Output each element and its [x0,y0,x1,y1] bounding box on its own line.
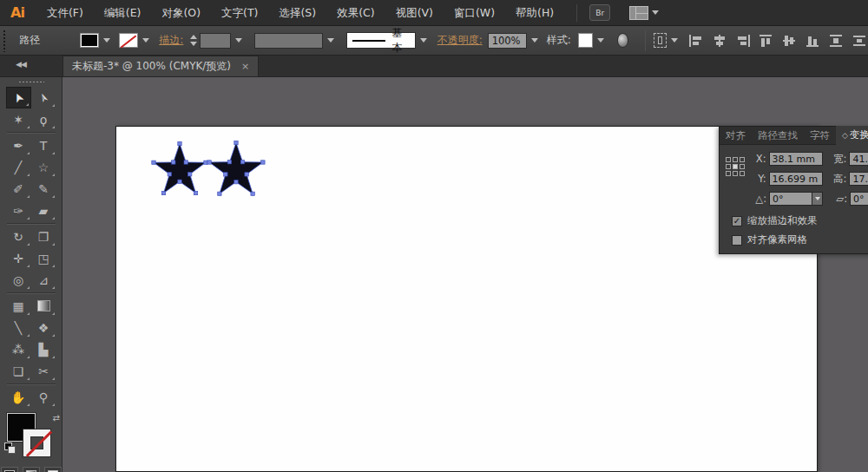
y-field[interactable]: 16.699 m [769,172,824,186]
align-vertical-center-icon[interactable] [782,34,798,48]
reference-point-7[interactable] [733,171,738,176]
panel-tab-变换[interactable]: ◇变换 [836,126,868,145]
anchor-point[interactable] [168,173,171,176]
distribute-vertical-top-icon[interactable] [829,34,845,48]
recolor-artwork-icon[interactable] [617,33,628,48]
anchor-point[interactable] [240,161,244,164]
option-对齐像素网格[interactable]: 对齐像素网格 [732,233,868,246]
line-segment-tool[interactable]: ╱ [6,156,31,178]
star-artwork[interactable] [116,127,819,472]
panel-tab-对齐[interactable]: 对齐 [720,127,752,145]
type-tool[interactable]: T [31,134,56,156]
menu-item-edit[interactable]: 编辑(E) [94,0,152,26]
reference-point-0[interactable] [726,157,731,162]
stroke-color-control[interactable] [119,33,149,48]
document-tab[interactable]: 未标题-3* @ 100% (CMYK/预览) × [62,56,259,76]
anchor-point[interactable] [224,173,227,176]
collapse-panel-icon[interactable]: ◀◀ [16,60,62,69]
gradient-tool[interactable]: ▮ [31,295,56,317]
width-tool[interactable]: ✛ [6,247,31,269]
workspace-switcher[interactable] [629,6,659,20]
eraser-tool[interactable]: ▰ [31,200,56,221]
anchor-point[interactable] [172,161,175,164]
canvas-area[interactable]: 对齐路径查找字符◇变换 X: 38.1 mm 宽: 41.294 m Y: 16… [62,77,868,472]
stroke-none-swatch[interactable] [119,33,138,48]
anchor-point[interactable] [234,141,238,144]
menu-item-view[interactable]: 视图(V) [385,0,444,26]
stroke-profile-field[interactable] [254,33,322,49]
stroke-panel-link[interactable]: 描边: [159,33,183,48]
align-right-icon[interactable] [735,34,751,48]
menu-item-select[interactable]: 选择(S) [268,0,326,26]
bridge-button[interactable]: Br [589,4,610,21]
shape-builder-tool[interactable]: ◎ [6,269,31,291]
anchor-point[interactable] [251,192,254,195]
transform-dropdown-icon[interactable] [671,38,678,43]
paintbrush-tool[interactable]: ✐ [6,178,31,200]
anchor-point[interactable] [234,180,238,184]
menu-item-object[interactable]: 对象(O) [151,0,211,26]
anchor-point[interactable] [227,161,231,164]
control-bar-grip[interactable] [3,30,7,52]
anchor-point[interactable] [261,161,265,164]
anchor-point[interactable] [207,161,211,164]
fill-swatch[interactable] [80,33,99,48]
distribute-vertical-center-icon[interactable] [852,34,868,48]
default-fill-stroke-icon[interactable] [4,442,16,454]
fill-color-control[interactable] [80,33,110,48]
opacity-link[interactable]: 不透明度: [437,33,483,48]
star-tool[interactable]: ☆ [31,156,56,178]
width-field[interactable]: 41.294 m [849,152,868,166]
reference-point-2[interactable] [740,157,745,162]
stroke-weight-dropdown-icon[interactable] [235,38,242,43]
menu-item-type[interactable]: 文字(T) [211,0,268,26]
panel-tab-路径查找[interactable]: 路径查找 [752,127,804,145]
reference-point-6[interactable] [726,171,731,176]
menu-item-help[interactable]: 帮助(H) [505,0,564,26]
align-horizontal-center-icon[interactable] [712,34,727,48]
lasso-tool[interactable]: ϙ [31,108,56,130]
blob-brush-tool[interactable]: ✑ [6,200,31,221]
stroke-dropdown-icon[interactable] [142,38,149,43]
direct-selection-tool[interactable]: ➢ [31,87,56,108]
align-top-icon[interactable] [759,34,774,48]
menu-item-effect[interactable]: 效果(C) [326,0,385,26]
star-shape-2[interactable] [209,143,263,194]
x-field[interactable]: 38.1 mm [769,152,824,166]
rotate-tool[interactable]: ↻ [6,226,31,247]
reference-point-4[interactable] [733,164,738,169]
close-tab-icon[interactable]: × [241,61,249,72]
transform-proxy-icon[interactable] [654,33,667,48]
eyedropper-tool[interactable]: ╲ [6,317,31,338]
reference-point-3[interactable] [726,164,731,169]
anchor-point[interactable] [204,161,207,164]
reference-point-5[interactable] [740,164,745,169]
tools-panel-grip[interactable] [18,81,44,84]
reference-point-locator[interactable] [726,157,746,177]
anchor-point[interactable] [178,141,181,145]
option-缩放描边和效果[interactable]: ✓缩放描边和效果 [732,214,868,227]
checkbox-checked-icon[interactable]: ✓ [732,216,742,226]
anchor-point[interactable] [218,192,221,195]
paint-color-button[interactable] [1,467,18,472]
rotate-dropdown-icon[interactable] [812,192,823,206]
opacity-field[interactable]: 100% [488,33,527,49]
opacity-dropdown-icon[interactable] [531,38,538,43]
anchor-point[interactable] [188,173,192,176]
menu-item-window[interactable]: 窗口(W) [444,0,505,26]
align-bottom-icon[interactable] [806,34,821,48]
swap-fill-stroke-icon[interactable]: ⇄ [53,413,60,423]
selection-tool[interactable]: ➤ [6,87,31,108]
reference-point-1[interactable] [733,157,738,162]
hand-tool[interactable]: ✋ [6,386,31,408]
anchor-point[interactable] [152,161,155,164]
free-transform-tool[interactable]: ◳ [31,247,56,269]
anchor-point[interactable] [194,191,197,194]
scale-tool[interactable]: ❐ [31,226,56,247]
mesh-tool[interactable]: ▦ [6,295,31,317]
style-swatch[interactable] [578,33,593,48]
align-left-icon[interactable] [688,34,704,48]
style-dropdown-icon[interactable] [597,38,604,43]
style-control[interactable] [578,33,604,48]
brush-definition-control[interactable]: 基本 [346,32,416,49]
